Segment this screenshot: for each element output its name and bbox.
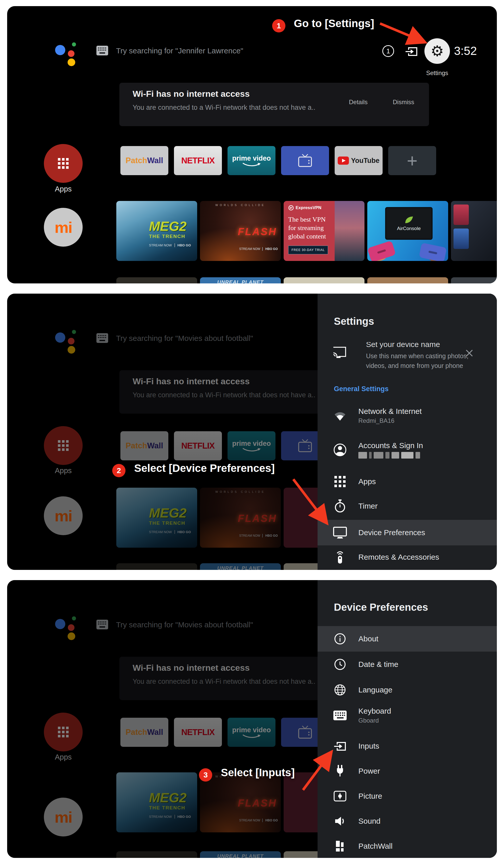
settings-item-timer[interactable]: Timer — [318, 493, 497, 519]
settings-gear-button[interactable]: ⚙ — [424, 38, 450, 64]
item-label: Power — [358, 767, 380, 775]
stream-now-tag: STREAM NOW — [239, 247, 260, 251]
settings-item-network-internet[interactable]: Network & InternetRedmi_BA16 — [318, 403, 497, 428]
keyboard-search-icon[interactable] — [96, 46, 108, 55]
youtube-logo: YouTube — [351, 157, 379, 165]
devpref-item-language[interactable]: Language — [318, 677, 497, 703]
settings-item-apps[interactable]: Apps — [318, 469, 497, 494]
devpref-item-patchwall[interactable]: PatchWall — [318, 834, 497, 858]
next-row-card[interactable] — [451, 277, 497, 284]
step-badge-2: 2 — [112, 464, 126, 477]
patchwall-logo-b: Wall — [147, 156, 163, 165]
power-plug-icon — [332, 765, 348, 777]
devpref-item-power[interactable]: Power — [318, 758, 497, 784]
next-row-card-unreal-planet[interactable]: UNREAL PLANET — [200, 277, 281, 284]
meg2-title: MEG2 — [149, 220, 191, 233]
settings-item-remotes-accessories[interactable]: Remotes & Accessories — [318, 545, 497, 570]
timer-icon — [332, 499, 348, 513]
poster-airconsole[interactable]: AirConsole — [367, 201, 448, 261]
poster-expressvpn[interactable]: ExpressVPN The best VPN for streaming gl… — [284, 201, 364, 261]
google-assistant-icon — [55, 39, 86, 70]
app-tile-netflix[interactable]: NETFLIX — [174, 146, 222, 175]
flash-topline: WORLDS COLLIDE — [200, 203, 281, 207]
item-label: Date & time — [358, 660, 398, 669]
vpn-trial-button[interactable]: FREE 30-DAY TRIAL — [288, 246, 328, 254]
item-label: Inputs — [358, 742, 379, 750]
item-label: Picture — [358, 792, 382, 800]
poster-partial[interactable] — [451, 201, 497, 261]
sidebar-title: Settings — [334, 316, 374, 327]
app-tile-mi-tv[interactable] — [281, 146, 329, 175]
devpref-item-picture[interactable]: Picture — [318, 783, 497, 809]
screenshot-device-preferences: Try searching for "Movies about football… — [7, 580, 497, 858]
sidebar-title: Device Preferences — [334, 602, 428, 613]
item-sub: Gboard — [358, 717, 391, 724]
next-row-card[interactable] — [367, 277, 448, 284]
item-label: Remotes & Accessories — [358, 553, 439, 561]
item-sub: Redmi_BA16 — [358, 417, 422, 424]
next-row-card[interactable] — [116, 277, 197, 284]
devpref-item-date-time[interactable]: Date & time — [318, 652, 497, 677]
wifi-card-body: You are connected to a Wi-Fi network tha… — [133, 104, 315, 112]
globe-icon — [332, 684, 348, 696]
plus-icon: + — [407, 150, 417, 171]
wifi-dismiss-button[interactable]: Dismiss — [393, 99, 414, 106]
keyboard-icon — [332, 711, 348, 720]
patchwall-mi-button[interactable]: mi — [44, 208, 83, 247]
wifi-details-button[interactable]: Details — [349, 99, 367, 106]
wifi-card-title: Wi-Fi has no internet access — [133, 89, 250, 99]
app-tile-youtube[interactable]: YouTube — [335, 146, 383, 175]
input-icon — [332, 740, 348, 752]
devpref-item-keyboard[interactable]: KeyboardGboard — [318, 703, 497, 728]
remote-icon — [332, 550, 348, 564]
poster-meg2[interactable]: MEG2 THE TRENCH STREAM NOWHBO GO — [116, 201, 197, 261]
expressvpn-logo-icon — [288, 205, 294, 211]
redacted-account-text — [358, 452, 423, 459]
devpref-item-inputs[interactable]: Inputs — [318, 733, 497, 759]
gear-icon: ⚙ — [430, 38, 444, 64]
device-preferences-sidebar: Device Preferences About Date & time Lan… — [318, 580, 497, 858]
next-row-card[interactable] — [284, 277, 364, 284]
devpref-item-about[interactable]: About — [318, 626, 497, 652]
meg2-subtitle: THE TRENCH — [149, 234, 191, 239]
youtube-play-icon — [338, 157, 349, 165]
poster-flash[interactable]: WORLDS COLLIDE FLASH STREAM NOWHBO GO — [200, 201, 281, 261]
settings-item-accounts-sign-in[interactable]: Accounts & Sign In — [318, 437, 497, 463]
patchwall-logo-a: Patch — [126, 156, 147, 165]
devpref-item-sound[interactable]: Sound — [318, 808, 497, 834]
item-label: Keyboard — [358, 707, 391, 715]
tv-icon — [297, 154, 313, 167]
app-tile-patchwall[interactable]: PatchWall — [120, 146, 168, 175]
unreal-planet-title: UNREAL PLANET — [217, 277, 264, 284]
apps-launcher-label: Apps — [44, 185, 83, 193]
gamepad-pink — [367, 240, 396, 261]
notification-count-icon[interactable]: 1 — [382, 45, 394, 57]
netflix-logo: NETFLIX — [181, 156, 215, 165]
hbo-go-brand: HBO GO — [175, 243, 191, 247]
settings-sidebar: Settings Set your device name Use this n… — [318, 293, 497, 570]
hbo-go-brand: HBO GO — [262, 247, 278, 251]
item-label: PatchWall — [358, 842, 392, 850]
app-tile-add[interactable]: + — [388, 146, 436, 175]
device-name-card-title: Set your device name — [366, 342, 440, 349]
wifi-icon — [332, 410, 348, 421]
settings-item-device-preferences[interactable]: Device Preferences — [318, 520, 497, 546]
step-badge-3: 3 — [199, 768, 212, 781]
status-time: 3:52 — [454, 44, 477, 58]
mi-logo: mi — [55, 218, 72, 236]
clock-icon — [332, 659, 348, 670]
vpn-headline-3: global content — [288, 232, 335, 240]
item-label: Language — [358, 686, 392, 694]
close-icon[interactable] — [465, 349, 474, 358]
app-tile-prime-video[interactable]: prime video — [228, 146, 275, 175]
vpn-headline-1: The best VPN — [288, 215, 335, 224]
inputs-topbar-icon[interactable] — [405, 46, 418, 57]
apps-launcher-button[interactable] — [44, 144, 83, 183]
search-hint[interactable]: Try searching for "Jennifer Lawrence" — [116, 47, 243, 55]
settings-gear-label: Settings — [422, 70, 452, 77]
monitor-icon — [332, 527, 348, 538]
item-label: Accounts & Sign In — [358, 441, 423, 450]
person-icon — [332, 443, 348, 456]
item-label: Network & Internet — [358, 407, 422, 416]
device-name-card-line1: Use this name when casting photos, — [366, 352, 468, 360]
